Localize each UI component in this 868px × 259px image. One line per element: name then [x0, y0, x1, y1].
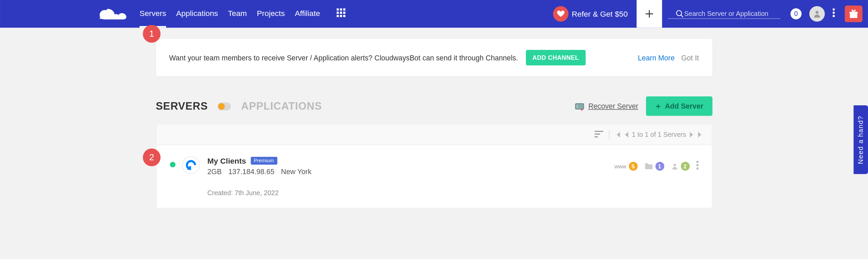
server-created: Created: 7th June, 2022	[207, 189, 614, 197]
next-page-icon[interactable]	[689, 132, 694, 137]
servers-apps-toggle[interactable]	[218, 102, 231, 110]
svg-rect-1	[100, 15, 106, 16]
main-content: Want your team members to receive Server…	[0, 28, 868, 208]
plus-icon	[655, 103, 662, 110]
recover-server-link[interactable]: Recover Server	[574, 100, 638, 112]
top-header: Servers Applications Team Projects Affil…	[0, 0, 868, 28]
add-channel-button[interactable]: ADD CHANNEL	[526, 50, 586, 66]
digitalocean-icon	[185, 159, 197, 171]
www-stat[interactable]: www 5	[614, 162, 637, 171]
prev-page-icon[interactable]	[624, 132, 629, 137]
server-stats: www 5 1 2	[614, 161, 698, 172]
tab-applications[interactable]: APPLICATIONS	[241, 100, 322, 112]
header-kebab[interactable]	[828, 8, 839, 19]
folder-icon	[644, 162, 653, 170]
server-meta: 2GB 137.184.98.65 New York	[207, 167, 614, 175]
header-right: Refer & Get $50 0	[544, 0, 868, 28]
refer-button[interactable]: Refer & Get $50	[544, 6, 637, 22]
folder-stat[interactable]: 1	[644, 162, 664, 171]
svg-point-31	[696, 164, 698, 166]
server-card[interactable]: My Clients Premium 2GB 137.184.98.65 New…	[156, 145, 712, 208]
section-actions: Recover Server Add Server	[574, 96, 712, 116]
main-nav: Servers Applications Team Projects Affil…	[139, 0, 320, 27]
pagination: 1 to 1 of 1 Servers	[615, 130, 703, 138]
svg-point-22	[577, 107, 578, 108]
svg-rect-28	[186, 167, 187, 168]
section-header: SERVERS APPLICATIONS Recover Server Add …	[156, 96, 712, 116]
svg-rect-0	[100, 13, 108, 14]
gift-button[interactable]	[845, 5, 862, 22]
annotation-marker-2: 2	[143, 149, 160, 166]
svg-rect-24	[595, 133, 600, 134]
sort-icon	[595, 130, 604, 137]
server-size: 2GB	[207, 167, 221, 175]
apps-grid-icon[interactable]	[337, 8, 346, 19]
server-kebab[interactable]	[696, 161, 698, 172]
svg-rect-7	[340, 12, 342, 14]
plus-icon	[644, 8, 655, 19]
add-server-label: Add Server	[665, 102, 703, 110]
svg-rect-3	[337, 8, 339, 11]
help-tab[interactable]: Need a hand?	[854, 105, 868, 174]
nav-servers[interactable]: Servers	[139, 0, 166, 27]
last-page-icon[interactable]	[697, 132, 703, 137]
svg-rect-19	[853, 12, 854, 18]
svg-rect-6	[337, 12, 339, 14]
kebab-icon	[696, 161, 698, 169]
nav-affiliate[interactable]: Affiliate	[295, 0, 320, 27]
list-toolbar: 1 to 1 of 1 Servers	[156, 124, 712, 145]
nav-team[interactable]: Team	[228, 0, 247, 27]
svg-point-15	[832, 12, 835, 14]
svg-rect-2	[100, 17, 104, 18]
got-it-link[interactable]: Got It	[681, 54, 699, 62]
notice-text: Want your team members to receive Server…	[169, 54, 518, 62]
svg-point-30	[696, 161, 698, 163]
user-count: 2	[680, 162, 689, 171]
first-page-icon[interactable]	[615, 132, 621, 137]
add-server-button[interactable]: Add Server	[646, 96, 712, 116]
svg-point-14	[832, 8, 835, 11]
search-input[interactable]	[684, 10, 773, 18]
svg-point-16	[832, 15, 835, 17]
server-info: My Clients Premium 2GB 137.184.98.65 New…	[207, 156, 614, 197]
premium-badge: Premium	[251, 157, 277, 165]
tab-servers[interactable]: SERVERS	[156, 100, 208, 112]
search-icon	[675, 9, 684, 18]
www-count: 5	[629, 162, 637, 171]
svg-rect-26	[189, 166, 191, 168]
nav-applications[interactable]: Applications	[176, 0, 218, 27]
svg-point-29	[673, 164, 676, 166]
kebab-icon	[832, 8, 835, 17]
notification-count[interactable]: 0	[790, 8, 802, 19]
nav-projects[interactable]: Projects	[257, 0, 285, 27]
svg-rect-10	[340, 15, 342, 17]
learn-more-link[interactable]: Learn More	[638, 54, 675, 62]
recover-icon	[574, 100, 585, 112]
svg-rect-4	[340, 8, 342, 11]
logo[interactable]	[100, 6, 130, 21]
svg-rect-20	[575, 103, 584, 109]
status-indicator	[170, 162, 175, 167]
server-location: New York	[281, 167, 312, 175]
svg-rect-11	[343, 15, 346, 17]
heart-icon	[553, 6, 569, 22]
server-name: My Clients	[207, 156, 246, 165]
svg-point-32	[696, 167, 698, 170]
svg-rect-8	[343, 12, 346, 14]
user-stat[interactable]: 2	[671, 162, 690, 171]
pagination-text: 1 to 1 of 1 Servers	[632, 130, 686, 138]
svg-rect-23	[595, 130, 604, 131]
channels-notice: Want your team members to receive Server…	[156, 39, 712, 76]
search-area	[668, 9, 781, 19]
folder-count: 1	[655, 162, 664, 171]
user-avatar[interactable]	[809, 6, 825, 22]
svg-rect-9	[337, 15, 339, 17]
refer-label: Refer & Get $50	[572, 10, 628, 18]
svg-rect-5	[343, 8, 346, 11]
svg-point-12	[676, 10, 682, 15]
user-icon	[813, 10, 822, 18]
sort-button[interactable]	[595, 129, 604, 139]
notice-links: Learn More Got It	[638, 54, 699, 62]
add-button[interactable]	[637, 0, 662, 28]
www-icon: www	[614, 163, 626, 169]
